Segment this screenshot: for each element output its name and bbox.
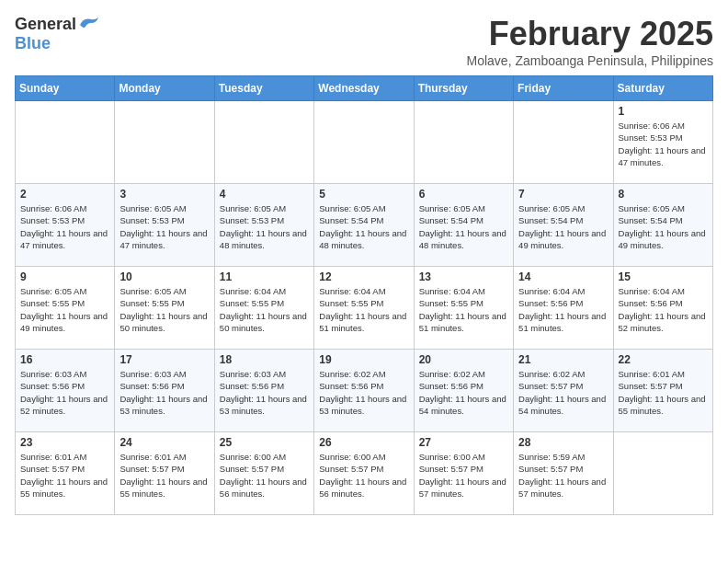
calendar-week-row: 2Sunrise: 6:06 AM Sunset: 5:53 PM Daylig… [16, 184, 713, 267]
calendar-cell: 5Sunrise: 6:05 AM Sunset: 5:54 PM Daylig… [314, 184, 414, 267]
calendar-cell: 27Sunrise: 6:00 AM Sunset: 5:57 PM Dayli… [414, 432, 513, 515]
day-info: Sunrise: 6:05 AM Sunset: 5:55 PM Dayligh… [119, 285, 209, 334]
calendar-cell: 2Sunrise: 6:06 AM Sunset: 5:53 PM Daylig… [16, 184, 115, 267]
calendar-cell: 28Sunrise: 5:59 AM Sunset: 5:57 PM Dayli… [514, 432, 613, 515]
day-number: 21 [518, 353, 608, 366]
logo: General Blue [15, 15, 100, 53]
day-number: 22 [619, 353, 708, 366]
day-info: Sunrise: 6:02 AM Sunset: 5:56 PM Dayligh… [419, 368, 508, 417]
day-info: Sunrise: 6:04 AM Sunset: 5:56 PM Dayligh… [518, 285, 608, 334]
calendar-cell: 12Sunrise: 6:04 AM Sunset: 5:55 PM Dayli… [314, 267, 414, 350]
calendar-cell: 13Sunrise: 6:04 AM Sunset: 5:55 PM Dayli… [414, 267, 513, 350]
day-number: 7 [518, 188, 608, 201]
day-info: Sunrise: 6:03 AM Sunset: 5:56 PM Dayligh… [220, 368, 309, 417]
day-info: Sunrise: 6:05 AM Sunset: 5:54 PM Dayligh… [319, 202, 408, 251]
calendar-cell: 6Sunrise: 6:05 AM Sunset: 5:54 PM Daylig… [414, 184, 513, 267]
calendar-cell: 16Sunrise: 6:03 AM Sunset: 5:56 PM Dayli… [16, 350, 115, 432]
calendar-cell: 4Sunrise: 6:05 AM Sunset: 5:53 PM Daylig… [214, 184, 313, 267]
day-number: 4 [220, 188, 309, 201]
day-number: 17 [119, 353, 209, 366]
calendar-cell [514, 101, 613, 184]
calendar-week-row: 23Sunrise: 6:01 AM Sunset: 5:57 PM Dayli… [16, 432, 713, 515]
calendar-week-row: 9Sunrise: 6:05 AM Sunset: 5:55 PM Daylig… [16, 267, 713, 350]
day-info: Sunrise: 6:06 AM Sunset: 5:53 PM Dayligh… [619, 120, 708, 168]
calendar-cell: 1Sunrise: 6:06 AM Sunset: 5:53 PM Daylig… [613, 101, 712, 184]
logo-bird-icon [78, 16, 100, 34]
day-info: Sunrise: 6:01 AM Sunset: 5:57 PM Dayligh… [619, 368, 708, 417]
day-info: Sunrise: 6:05 AM Sunset: 5:53 PM Dayligh… [119, 202, 209, 251]
day-info: Sunrise: 6:00 AM Sunset: 5:57 PM Dayligh… [220, 451, 309, 500]
calendar-cell: 15Sunrise: 6:04 AM Sunset: 5:56 PM Dayli… [613, 267, 712, 350]
page-header: General Blue February 2025 Molave, Zambo… [15, 15, 713, 68]
day-info: Sunrise: 6:02 AM Sunset: 5:56 PM Dayligh… [319, 368, 408, 417]
day-number: 25 [220, 436, 309, 449]
logo-general-text: General [15, 15, 76, 34]
calendar-cell: 23Sunrise: 6:01 AM Sunset: 5:57 PM Dayli… [16, 432, 115, 515]
weekday-header-thursday: Thursday [414, 76, 513, 101]
day-info: Sunrise: 6:01 AM Sunset: 5:57 PM Dayligh… [119, 451, 209, 500]
calendar-cell: 24Sunrise: 6:01 AM Sunset: 5:57 PM Dayli… [115, 432, 214, 515]
day-number: 18 [220, 353, 309, 366]
day-info: Sunrise: 6:06 AM Sunset: 5:53 PM Dayligh… [20, 202, 109, 251]
day-info: Sunrise: 6:05 AM Sunset: 5:55 PM Dayligh… [20, 285, 109, 334]
calendar-cell [115, 101, 214, 184]
day-number: 2 [20, 188, 109, 201]
day-number: 11 [220, 270, 309, 283]
day-number: 9 [20, 270, 109, 283]
location-subtitle: Molave, Zamboanga Peninsula, Philippines [467, 53, 714, 68]
weekday-header-friday: Friday [514, 76, 613, 101]
day-number: 13 [419, 270, 508, 283]
day-info: Sunrise: 6:00 AM Sunset: 5:57 PM Dayligh… [419, 451, 508, 500]
day-number: 15 [619, 270, 708, 283]
calendar-cell: 25Sunrise: 6:00 AM Sunset: 5:57 PM Dayli… [214, 432, 313, 515]
weekday-header-row: SundayMondayTuesdayWednesdayThursdayFrid… [16, 76, 713, 101]
day-info: Sunrise: 6:05 AM Sunset: 5:53 PM Dayligh… [220, 202, 309, 251]
day-info: Sunrise: 6:05 AM Sunset: 5:54 PM Dayligh… [518, 202, 608, 251]
calendar-cell: 3Sunrise: 6:05 AM Sunset: 5:53 PM Daylig… [115, 184, 214, 267]
calendar-cell: 8Sunrise: 6:05 AM Sunset: 5:54 PM Daylig… [613, 184, 712, 267]
day-info: Sunrise: 6:02 AM Sunset: 5:57 PM Dayligh… [518, 368, 608, 417]
calendar-cell: 9Sunrise: 6:05 AM Sunset: 5:55 PM Daylig… [16, 267, 115, 350]
day-number: 1 [619, 105, 708, 118]
calendar-table: SundayMondayTuesdayWednesdayThursdayFrid… [15, 75, 713, 515]
calendar-cell [214, 101, 313, 184]
day-number: 19 [319, 353, 408, 366]
day-info: Sunrise: 6:05 AM Sunset: 5:54 PM Dayligh… [619, 202, 708, 251]
calendar-cell: 20Sunrise: 6:02 AM Sunset: 5:56 PM Dayli… [414, 350, 513, 432]
day-number: 6 [419, 188, 508, 201]
day-info: Sunrise: 6:04 AM Sunset: 5:55 PM Dayligh… [419, 285, 508, 334]
calendar-cell: 11Sunrise: 6:04 AM Sunset: 5:55 PM Dayli… [214, 267, 313, 350]
day-number: 14 [518, 270, 608, 283]
day-number: 26 [319, 436, 408, 449]
day-number: 10 [119, 270, 209, 283]
calendar-week-row: 16Sunrise: 6:03 AM Sunset: 5:56 PM Dayli… [16, 350, 713, 432]
calendar-cell: 18Sunrise: 6:03 AM Sunset: 5:56 PM Dayli… [214, 350, 313, 432]
day-number: 5 [319, 188, 408, 201]
day-number: 16 [20, 353, 109, 366]
day-number: 27 [419, 436, 508, 449]
weekday-header-wednesday: Wednesday [314, 76, 414, 101]
day-info: Sunrise: 6:03 AM Sunset: 5:56 PM Dayligh… [119, 368, 209, 417]
title-area: February 2025 Molave, Zamboanga Peninsul… [467, 15, 714, 68]
calendar-cell: 7Sunrise: 6:05 AM Sunset: 5:54 PM Daylig… [514, 184, 613, 267]
calendar-week-row: 1Sunrise: 6:06 AM Sunset: 5:53 PM Daylig… [16, 101, 713, 184]
weekday-header-saturday: Saturday [613, 76, 712, 101]
calendar-cell: 19Sunrise: 6:02 AM Sunset: 5:56 PM Dayli… [314, 350, 414, 432]
calendar-cell [414, 101, 513, 184]
calendar-cell: 22Sunrise: 6:01 AM Sunset: 5:57 PM Dayli… [613, 350, 712, 432]
day-info: Sunrise: 6:05 AM Sunset: 5:54 PM Dayligh… [419, 202, 508, 251]
calendar-cell: 21Sunrise: 6:02 AM Sunset: 5:57 PM Dayli… [514, 350, 613, 432]
day-info: Sunrise: 6:04 AM Sunset: 5:55 PM Dayligh… [220, 285, 309, 334]
calendar-cell [613, 432, 712, 515]
calendar-cell [16, 101, 115, 184]
day-number: 12 [319, 270, 408, 283]
calendar-cell: 26Sunrise: 6:00 AM Sunset: 5:57 PM Dayli… [314, 432, 414, 515]
logo-blue-text: Blue [15, 34, 51, 53]
day-info: Sunrise: 5:59 AM Sunset: 5:57 PM Dayligh… [518, 451, 608, 500]
day-number: 8 [619, 188, 708, 201]
day-number: 28 [518, 436, 608, 449]
weekday-header-tuesday: Tuesday [214, 76, 313, 101]
calendar-cell [314, 101, 414, 184]
day-info: Sunrise: 6:01 AM Sunset: 5:57 PM Dayligh… [20, 451, 109, 500]
day-number: 3 [119, 188, 209, 201]
